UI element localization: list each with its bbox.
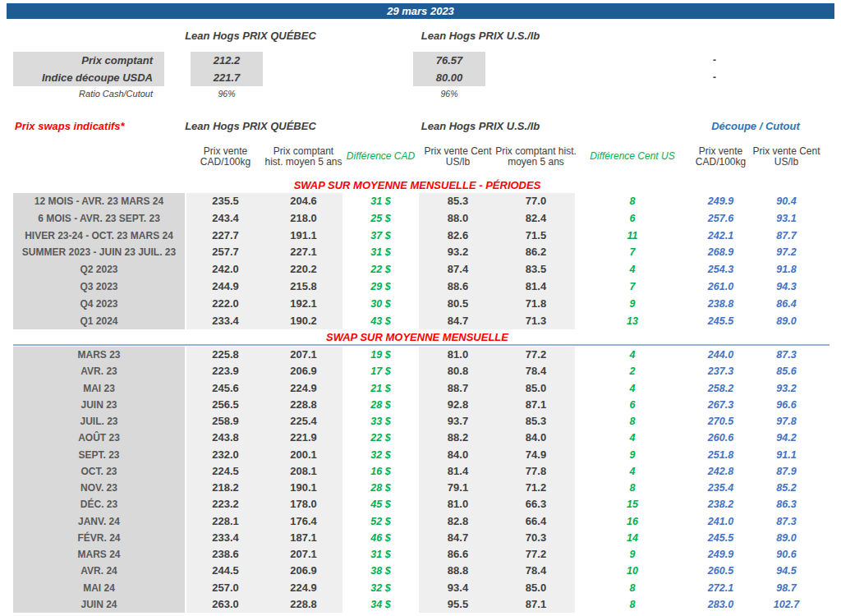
pv-cad-cell: 222.0 <box>186 296 264 313</box>
period-label: MAI 24 <box>13 580 185 596</box>
hist-cad-cell: 218.0 <box>264 210 342 228</box>
hist-us-cell: 70.3 <box>497 530 575 546</box>
pv-cad-cell: 218.2 <box>186 480 264 496</box>
pv-cad-cell: 228.1 <box>186 513 264 530</box>
diff-us-cell: 8 <box>575 193 690 210</box>
table-row: HIVER 23-24 - OCT. 23 MARS 24227.7191.13… <box>13 228 821 245</box>
period-label: JUIN 24 <box>13 596 185 613</box>
diff-us-cell: 9 <box>575 296 690 313</box>
hist-us-cell: 78.4 <box>497 563 575 579</box>
hist-cad-cell: 178.0 <box>264 496 342 513</box>
cutout-us-cell: 90.6 <box>751 546 821 563</box>
column-header-hist-cad: Prix comptant hist. moyen 5 ans <box>264 146 342 168</box>
pv-us-cell: 93.7 <box>419 413 497 430</box>
cutout-cad-cell: 244.0 <box>690 347 751 363</box>
hist-us-cell: 81.4 <box>497 278 575 296</box>
spot-quebec-value: 96% <box>191 87 263 100</box>
period-label: JANV. 24 <box>13 513 185 530</box>
diff-us-cell: 9 <box>575 546 690 563</box>
pv-us-cell: 80.8 <box>419 363 497 379</box>
pv-us-cell: 92.8 <box>419 397 497 413</box>
pv-us-cell: 88.8 <box>419 563 497 579</box>
hist-cad-cell: 224.9 <box>264 380 342 397</box>
table-row: FÉVR. 24233.4187.146 $84.770.314245.589.… <box>13 530 821 546</box>
hist-cad-cell: 206.9 <box>264 563 342 579</box>
cutout-us-cell: 87.7 <box>751 228 821 245</box>
pv-cad-cell: 244.5 <box>186 563 264 579</box>
cutout-us-cell: 89.0 <box>751 530 821 546</box>
price-report-page: 29 mars 2023 Lean Hogs PRIX QUÉBEC Lean … <box>0 0 841 616</box>
diff-cad-cell: 37 $ <box>342 228 419 245</box>
pv-cad-cell: 238.6 <box>186 546 264 563</box>
pv-cad-cell: 223.9 <box>186 363 264 379</box>
column-header-row: Prix vente CAD/100kg Prix comptant hist.… <box>13 136 821 177</box>
hist-cad-cell: 207.1 <box>264 546 342 563</box>
diff-cad-cell: 46 $ <box>342 530 419 546</box>
cutout-cad-cell: 258.2 <box>690 380 751 397</box>
section-title-periodes: SWAP SUR MOYENNE MENSUELLE - PÉRIODES <box>13 178 821 193</box>
diff-us-cell: 14 <box>575 530 690 546</box>
diff-cad-cell: 22 $ <box>342 261 419 278</box>
diff-cad-cell: 31 $ <box>342 244 419 261</box>
cutout-cad-cell: 242.8 <box>690 463 751 480</box>
spot-us-value: 76.57 <box>413 52 485 69</box>
pv-us-cell: 81.0 <box>419 347 497 363</box>
diff-us-cell: 16 <box>575 513 690 530</box>
hist-us-cell: 74.9 <box>497 447 575 463</box>
table-row: 12 MOIS - AVR. 23 MARS 24235.5204.631 $8… <box>13 193 821 210</box>
diff-us-cell: 11 <box>575 228 690 245</box>
swaps-us-group-header: Lean Hogs PRIX U.S./lb <box>415 120 546 133</box>
cutout-us-cell: 94.2 <box>751 430 821 446</box>
cutout-cad-cell: 245.5 <box>690 313 751 330</box>
pv-cad-cell: 257.0 <box>186 580 264 596</box>
hist-cad-cell: 221.9 <box>264 430 342 446</box>
diff-cad-cell: 29 $ <box>342 278 419 296</box>
cutout-us-cell: 98.7 <box>751 580 821 596</box>
table-row: AVR. 24244.5206.938 $88.878.410260.594.5 <box>13 563 821 579</box>
table-row: MARS 24238.6207.131 $86.677.29249.990.6 <box>13 546 821 563</box>
hist-cad-cell: 215.8 <box>264 278 342 296</box>
diff-cad-cell: 21 $ <box>342 380 419 397</box>
table-row: AOÛT 23243.8221.922 $88.284.04260.694.2 <box>13 430 821 446</box>
hist-cad-cell: 176.4 <box>264 513 342 530</box>
cutout-cad-cell: 249.9 <box>690 546 751 563</box>
hist-us-cell: 83.5 <box>497 261 575 278</box>
diff-us-cell: 10 <box>575 563 690 579</box>
pv-us-cell: 84.0 <box>419 447 497 463</box>
period-label: DÉC. 23 <box>13 496 185 513</box>
diff-us-cell: 2 <box>575 363 690 379</box>
pv-us-cell: 82.6 <box>419 228 497 245</box>
column-header-cutout-cad: Prix vente CAD/100kg <box>690 146 751 168</box>
pv-us-cell: 88.6 <box>419 278 497 296</box>
pv-cad-cell: 225.8 <box>186 347 264 363</box>
diff-us-cell: 13 <box>575 313 690 330</box>
pv-cad-cell: 258.9 <box>186 413 264 430</box>
cutout-us-cell: 93.2 <box>751 380 821 397</box>
diff-cad-cell: 30 $ <box>342 296 419 313</box>
table-row: Q1 2024233.4190.243 $84.771.313245.589.0 <box>13 313 821 330</box>
cutout-cad-cell: 245.5 <box>690 530 751 546</box>
table-row: DÉC. 23223.2178.045 $81.066.315238.286.3 <box>13 496 821 513</box>
hist-us-cell: 71.2 <box>497 480 575 496</box>
swaps-quebec-group-header: Lean Hogs PRIX QUÉBEC <box>185 120 316 133</box>
period-label: MARS 23 <box>13 347 185 363</box>
hist-cad-cell: 227.1 <box>264 244 342 261</box>
hist-us-cell: 87.1 <box>497 596 575 613</box>
period-label: AVR. 23 <box>13 363 185 379</box>
pv-cad-cell: 224.5 <box>186 463 264 480</box>
hist-cad-cell: 190.2 <box>264 313 342 330</box>
hist-us-cell: 85.3 <box>497 413 575 430</box>
diff-cad-cell: 52 $ <box>342 513 419 530</box>
hist-cad-cell: 200.1 <box>264 447 342 463</box>
spot-row-prix-comptant: Prix comptant 212.2 76.57 - <box>0 52 841 69</box>
cutout-us-cell: 85.2 <box>751 480 821 496</box>
cutout-us-cell: 93.1 <box>751 210 821 228</box>
diff-cad-cell: 22 $ <box>342 430 419 446</box>
diff-us-cell: 4 <box>575 463 690 480</box>
cutout-us-cell: 90.4 <box>751 193 821 210</box>
pv-cad-cell: 245.6 <box>186 380 264 397</box>
diff-cad-cell: 33 $ <box>342 413 419 430</box>
period-label: OCT. 23 <box>13 463 185 480</box>
hist-cad-cell: 207.1 <box>264 347 342 363</box>
hist-us-cell: 86.2 <box>497 244 575 261</box>
